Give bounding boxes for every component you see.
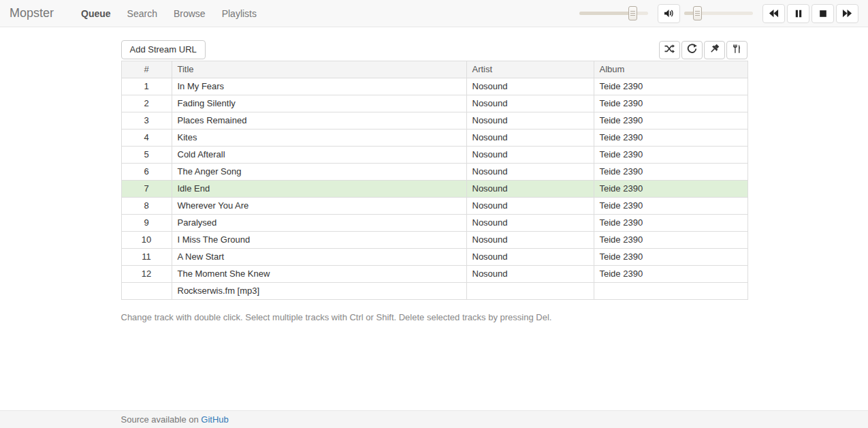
- footer: Source available on GitHub: [0, 410, 868, 428]
- pause-icon: [794, 9, 803, 18]
- cell-title: The Anger Song: [172, 164, 466, 181]
- cell-album: Teide 2390: [594, 232, 748, 249]
- cell-title: Paralysed: [172, 215, 466, 232]
- navbar: Mopster QueueSearchBrowsePlaylists: [0, 0, 868, 27]
- cell-artist: Nosound: [466, 215, 594, 232]
- cell-album: Teide 2390: [594, 147, 748, 164]
- queue-table: # Title Artist Album 1In My FearsNosound…: [121, 61, 748, 300]
- cell-title: Fading Silently: [172, 95, 466, 112]
- column-header-artist: Artist: [466, 61, 594, 78]
- pin-button[interactable]: [704, 41, 725, 59]
- table-row[interactable]: 5Cold AfterallNosoundTeide 2390: [121, 147, 748, 164]
- nav-item-search[interactable]: Search: [119, 8, 165, 19]
- volume-slider[interactable]: [684, 6, 753, 20]
- table-row[interactable]: 2Fading SilentlyNosoundTeide 2390: [121, 95, 748, 112]
- table-row[interactable]: Rockserwis.fm [mp3]: [121, 283, 748, 300]
- brand-mopster[interactable]: Mopster: [10, 6, 54, 20]
- cell-artist: Nosound: [466, 95, 594, 112]
- shuffle-button[interactable]: [659, 41, 680, 59]
- cell-number: 3: [121, 112, 172, 129]
- cell-artist: Nosound: [466, 129, 594, 147]
- stop-icon: [818, 9, 828, 18]
- shuffle-icon: [664, 44, 675, 56]
- volume-slider-handle[interactable]: [693, 6, 702, 20]
- transport-buttons: [762, 4, 858, 23]
- cell-number: 9: [121, 215, 172, 232]
- cell-artist: Nosound: [466, 266, 594, 283]
- cell-album: Teide 2390: [594, 266, 748, 283]
- table-row[interactable]: 7Idle EndNosoundTeide 2390: [121, 181, 748, 198]
- cell-album: [594, 283, 748, 300]
- pause-button[interactable]: [787, 4, 809, 23]
- cell-title: Kites: [172, 129, 466, 147]
- cell-artist: Nosound: [466, 147, 594, 164]
- nav-item-browse[interactable]: Browse: [165, 8, 214, 19]
- table-row[interactable]: 8Wherever You AreNosoundTeide 2390: [121, 198, 748, 215]
- cell-title: In My Fears: [172, 78, 466, 95]
- mute-button[interactable]: [658, 4, 680, 23]
- cell-artist: Nosound: [466, 181, 594, 198]
- cell-title: A New Start: [172, 249, 466, 266]
- queue-page: Add Stream URL: [121, 27, 748, 322]
- cell-album: Teide 2390: [594, 181, 748, 198]
- table-row[interactable]: 10I Miss The GroundNosoundTeide 2390: [121, 232, 748, 249]
- table-row[interactable]: 6The Anger SongNosoundTeide 2390: [121, 164, 748, 181]
- nav-item-queue[interactable]: Queue: [73, 8, 119, 19]
- queue-table-body: 1In My FearsNosoundTeide 23902Fading Sil…: [121, 78, 748, 300]
- cell-number: [121, 283, 172, 300]
- cell-number: 6: [121, 164, 172, 181]
- cell-artist: Nosound: [466, 232, 594, 249]
- cell-title: I Miss The Ground: [172, 232, 466, 249]
- consume-button[interactable]: [726, 41, 748, 59]
- footer-text: Source available on: [121, 414, 199, 425]
- column-header-title: Title: [172, 61, 466, 78]
- playback-option-buttons: [659, 41, 748, 59]
- pin-icon: [709, 44, 720, 56]
- cell-number: 11: [121, 249, 172, 266]
- column-header-album: Album: [594, 61, 748, 78]
- github-link[interactable]: GitHub: [201, 414, 228, 425]
- next-button[interactable]: [836, 4, 858, 23]
- table-row[interactable]: 3Places RemainedNosoundTeide 2390: [121, 112, 748, 129]
- position-slider[interactable]: [579, 6, 648, 20]
- navbar-playback-controls: [579, 4, 858, 23]
- cell-album: Teide 2390: [594, 198, 748, 215]
- nav-item-playlists[interactable]: Playlists: [214, 8, 265, 19]
- cell-album: Teide 2390: [594, 129, 748, 147]
- queue-help-text: Change track with double click. Select m…: [121, 312, 748, 322]
- stop-button[interactable]: [811, 4, 834, 23]
- cell-number: 1: [121, 78, 172, 95]
- table-row[interactable]: 9ParalysedNosoundTeide 2390: [121, 215, 748, 232]
- table-row[interactable]: 12The Moment She KnewNosoundTeide 2390: [121, 266, 748, 283]
- volume-up-icon: [664, 8, 674, 18]
- table-row[interactable]: 1In My FearsNosoundTeide 2390: [121, 78, 748, 95]
- cell-artist: Nosound: [466, 164, 594, 181]
- cell-artist: Nosound: [466, 78, 594, 95]
- cell-number: 12: [121, 266, 172, 283]
- cell-artist: Nosound: [466, 198, 594, 215]
- cell-album: Teide 2390: [594, 112, 748, 129]
- cell-album: Teide 2390: [594, 78, 748, 95]
- next-icon: [842, 8, 852, 18]
- repeat-button[interactable]: [681, 41, 703, 59]
- cell-title: Rockserwis.fm [mp3]: [172, 283, 466, 300]
- cell-number: 8: [121, 198, 172, 215]
- table-header-row: # Title Artist Album: [121, 61, 748, 78]
- cutlery-icon: [732, 44, 741, 56]
- table-row[interactable]: 11A New StartNosoundTeide 2390: [121, 249, 748, 266]
- table-row[interactable]: 4KitesNosoundTeide 2390: [121, 129, 748, 147]
- position-slider-handle[interactable]: [628, 6, 637, 20]
- cell-album: Teide 2390: [594, 95, 748, 112]
- cell-number: 2: [121, 95, 172, 112]
- previous-button[interactable]: [762, 4, 785, 23]
- cell-number: 5: [121, 147, 172, 164]
- cell-number: 10: [121, 232, 172, 249]
- cell-number: 7: [121, 181, 172, 198]
- add-stream-url-button[interactable]: Add Stream URL: [121, 40, 206, 59]
- cell-title: Places Remained: [172, 112, 466, 129]
- cell-album: Teide 2390: [594, 215, 748, 232]
- cell-title: Idle End: [172, 181, 466, 198]
- cell-album: Teide 2390: [594, 164, 748, 181]
- previous-icon: [769, 8, 779, 18]
- cell-title: The Moment She Knew: [172, 266, 466, 283]
